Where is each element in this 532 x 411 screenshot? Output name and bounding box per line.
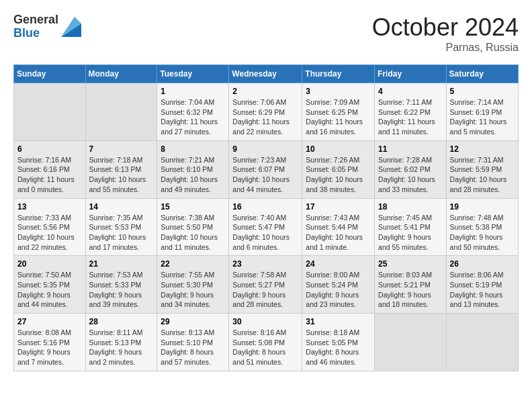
day-number: 9 xyxy=(232,144,298,154)
calendar-cell: 7Sunrise: 7:18 AMSunset: 6:13 PMDaylight… xyxy=(85,140,157,198)
calendar-cell: 10Sunrise: 7:26 AMSunset: 6:05 PMDayligh… xyxy=(302,140,375,198)
calendar-cell: 26Sunrise: 8:06 AMSunset: 5:19 PMDayligh… xyxy=(446,256,518,314)
day-number: 17 xyxy=(306,202,371,212)
day-number: 11 xyxy=(378,144,443,154)
calendar-week-row: 20Sunrise: 7:50 AMSunset: 5:35 PMDayligh… xyxy=(14,256,519,314)
calendar-cell: 17Sunrise: 7:43 AMSunset: 5:44 PMDayligh… xyxy=(302,198,375,256)
calendar-cell: 6Sunrise: 7:16 AMSunset: 6:16 PMDaylight… xyxy=(14,140,86,198)
day-number: 10 xyxy=(306,144,371,154)
day-number: 30 xyxy=(232,317,298,326)
day-number: 6 xyxy=(17,144,82,154)
day-info: Sunrise: 8:00 AMSunset: 5:24 PMDaylight:… xyxy=(306,270,371,310)
calendar-cell: 2Sunrise: 7:06 AMSunset: 6:29 PMDaylight… xyxy=(229,83,302,141)
day-info: Sunrise: 7:53 AMSunset: 5:33 PMDaylight:… xyxy=(89,270,154,310)
day-number: 29 xyxy=(161,317,225,326)
day-number: 31 xyxy=(306,317,371,326)
day-number: 18 xyxy=(378,202,443,212)
day-info: Sunrise: 7:55 AMSunset: 5:30 PMDaylight:… xyxy=(161,270,225,310)
logo-icon xyxy=(61,17,81,37)
calendar-cell: 20Sunrise: 7:50 AMSunset: 5:35 PMDayligh… xyxy=(14,256,86,314)
calendar-cell: 22Sunrise: 7:55 AMSunset: 5:30 PMDayligh… xyxy=(157,256,229,314)
day-number: 1 xyxy=(161,87,225,96)
calendar-week-row: 27Sunrise: 8:08 AMSunset: 5:16 PMDayligh… xyxy=(14,314,519,371)
day-info: Sunrise: 7:28 AMSunset: 6:02 PMDaylight:… xyxy=(378,155,443,195)
calendar-cell: 8Sunrise: 7:21 AMSunset: 6:10 PMDaylight… xyxy=(157,140,229,198)
day-info: Sunrise: 7:31 AMSunset: 5:59 PMDaylight:… xyxy=(450,155,515,195)
day-info: Sunrise: 8:11 AMSunset: 5:13 PMDaylight:… xyxy=(89,328,154,367)
day-number: 5 xyxy=(450,87,515,96)
day-info: Sunrise: 7:11 AMSunset: 6:22 PMDaylight:… xyxy=(378,97,443,137)
day-number: 23 xyxy=(232,259,298,269)
calendar-cell: 11Sunrise: 7:28 AMSunset: 6:02 PMDayligh… xyxy=(375,140,447,198)
calendar-cell: 21Sunrise: 7:53 AMSunset: 5:33 PMDayligh… xyxy=(85,256,157,314)
calendar-week-row: 6Sunrise: 7:16 AMSunset: 6:16 PMDaylight… xyxy=(14,140,519,198)
day-info: Sunrise: 7:21 AMSunset: 6:10 PMDaylight:… xyxy=(161,155,225,195)
logo-blue-text: Blue xyxy=(13,27,58,40)
calendar-table: SundayMondayTuesdayWednesdayThursdayFrid… xyxy=(13,64,519,371)
day-info: Sunrise: 7:06 AMSunset: 6:29 PMDaylight:… xyxy=(232,97,298,137)
weekday-header-tuesday: Tuesday xyxy=(157,65,229,83)
calendar-cell xyxy=(85,83,157,141)
logo: General Blue xyxy=(13,13,81,40)
day-number: 3 xyxy=(306,87,371,96)
day-info: Sunrise: 7:16 AMSunset: 6:16 PMDaylight:… xyxy=(17,155,82,195)
calendar-cell xyxy=(14,83,86,141)
day-info: Sunrise: 7:33 AMSunset: 5:56 PMDaylight:… xyxy=(17,213,82,253)
day-number: 22 xyxy=(161,259,225,269)
calendar-cell: 1Sunrise: 7:04 AMSunset: 6:32 PMDaylight… xyxy=(157,83,229,141)
day-number: 13 xyxy=(17,202,82,212)
day-info: Sunrise: 7:50 AMSunset: 5:35 PMDaylight:… xyxy=(17,270,82,310)
day-number: 24 xyxy=(306,259,371,269)
day-info: Sunrise: 7:18 AMSunset: 6:13 PMDaylight:… xyxy=(89,155,154,195)
calendar-cell xyxy=(375,314,447,371)
day-number: 15 xyxy=(161,202,225,212)
calendar-cell: 3Sunrise: 7:09 AMSunset: 6:25 PMDaylight… xyxy=(302,83,375,141)
day-info: Sunrise: 7:48 AMSunset: 5:38 PMDaylight:… xyxy=(450,213,515,253)
calendar-cell: 28Sunrise: 8:11 AMSunset: 5:13 PMDayligh… xyxy=(85,314,157,371)
calendar-cell: 23Sunrise: 7:58 AMSunset: 5:27 PMDayligh… xyxy=(229,256,302,314)
day-number: 7 xyxy=(89,144,154,154)
day-info: Sunrise: 7:43 AMSunset: 5:44 PMDaylight:… xyxy=(306,213,371,253)
calendar-cell: 14Sunrise: 7:35 AMSunset: 5:53 PMDayligh… xyxy=(85,198,157,256)
calendar-cell: 16Sunrise: 7:40 AMSunset: 5:47 PMDayligh… xyxy=(229,198,302,256)
day-number: 28 xyxy=(89,317,154,326)
day-number: 21 xyxy=(89,259,154,269)
weekday-header-friday: Friday xyxy=(375,65,447,83)
location-subtitle: Parnas, Russia xyxy=(372,42,519,54)
day-number: 25 xyxy=(378,259,443,269)
day-info: Sunrise: 8:03 AMSunset: 5:21 PMDaylight:… xyxy=(378,270,443,310)
day-info: Sunrise: 7:26 AMSunset: 6:05 PMDaylight:… xyxy=(306,155,371,195)
day-info: Sunrise: 7:23 AMSunset: 6:07 PMDaylight:… xyxy=(232,155,298,195)
weekday-header-thursday: Thursday xyxy=(302,65,375,83)
calendar-cell: 9Sunrise: 7:23 AMSunset: 6:07 PMDaylight… xyxy=(229,140,302,198)
day-info: Sunrise: 7:38 AMSunset: 5:50 PMDaylight:… xyxy=(161,213,225,253)
day-info: Sunrise: 7:04 AMSunset: 6:32 PMDaylight:… xyxy=(161,97,225,137)
day-info: Sunrise: 8:06 AMSunset: 5:19 PMDaylight:… xyxy=(450,270,515,310)
day-number: 4 xyxy=(378,87,443,96)
day-info: Sunrise: 7:40 AMSunset: 5:47 PMDaylight:… xyxy=(232,213,298,253)
weekday-header-monday: Monday xyxy=(85,65,157,83)
day-number: 20 xyxy=(17,259,82,269)
day-info: Sunrise: 7:14 AMSunset: 6:19 PMDaylight:… xyxy=(450,97,515,137)
day-number: 14 xyxy=(89,202,154,212)
calendar-cell: 18Sunrise: 7:45 AMSunset: 5:41 PMDayligh… xyxy=(375,198,447,256)
day-number: 12 xyxy=(450,144,515,154)
day-number: 16 xyxy=(232,202,298,212)
calendar-cell: 12Sunrise: 7:31 AMSunset: 5:59 PMDayligh… xyxy=(446,140,518,198)
calendar-cell: 5Sunrise: 7:14 AMSunset: 6:19 PMDaylight… xyxy=(446,83,518,141)
calendar-cell xyxy=(446,314,518,371)
day-info: Sunrise: 7:35 AMSunset: 5:53 PMDaylight:… xyxy=(89,213,154,253)
weekday-header-wednesday: Wednesday xyxy=(229,65,302,83)
calendar-cell: 30Sunrise: 8:16 AMSunset: 5:08 PMDayligh… xyxy=(229,314,302,371)
calendar-cell: 25Sunrise: 8:03 AMSunset: 5:21 PMDayligh… xyxy=(375,256,447,314)
calendar-cell: 15Sunrise: 7:38 AMSunset: 5:50 PMDayligh… xyxy=(157,198,229,256)
day-number: 26 xyxy=(450,259,515,269)
calendar-cell: 13Sunrise: 7:33 AMSunset: 5:56 PMDayligh… xyxy=(14,198,86,256)
weekday-header-saturday: Saturday xyxy=(446,65,518,83)
calendar-week-row: 13Sunrise: 7:33 AMSunset: 5:56 PMDayligh… xyxy=(14,198,519,256)
calendar-cell: 24Sunrise: 8:00 AMSunset: 5:24 PMDayligh… xyxy=(302,256,375,314)
calendar-header-row: SundayMondayTuesdayWednesdayThursdayFrid… xyxy=(14,65,519,83)
day-info: Sunrise: 7:58 AMSunset: 5:27 PMDaylight:… xyxy=(232,270,298,310)
day-number: 8 xyxy=(161,144,225,154)
weekday-header-sunday: Sunday xyxy=(14,65,86,83)
